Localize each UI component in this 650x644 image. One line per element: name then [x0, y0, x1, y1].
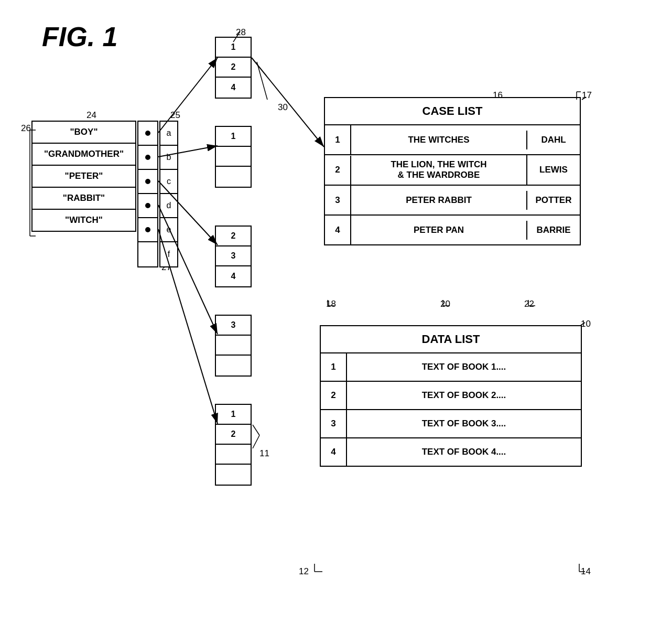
sb-row: 2: [216, 425, 251, 445]
keyword-boy: "BOY": [32, 122, 135, 144]
data-num: 1: [321, 353, 347, 381]
ref-28: 28: [236, 27, 246, 38]
case-num: 3: [325, 186, 351, 214]
case-author: POTTER: [527, 191, 580, 210]
ref-25: 25: [170, 110, 180, 121]
figure-title: FIG. 1: [42, 21, 117, 52]
keyword-rabbit: "RABBIT": [32, 188, 135, 210]
ref-26: 26: [21, 123, 31, 134]
sb-row: 4: [216, 78, 251, 98]
sb-row-empty: [216, 356, 251, 375]
sb-row: 2: [216, 58, 251, 78]
index-block-1: 1: [215, 126, 252, 188]
data-num: 4: [321, 438, 347, 466]
ptr-row-2: [138, 146, 157, 170]
svg-line-20: [253, 425, 259, 435]
case-num: 1: [325, 125, 351, 154]
letter-f: f: [160, 242, 177, 266]
diagram: FIG. 1 28 30 16 17 26 24 25 27 11 18 20 …: [0, 0, 650, 644]
keyword-peter: "PETER": [32, 166, 135, 188]
case-title: THE WITCHES: [351, 131, 527, 149]
letter-d: d: [160, 194, 177, 218]
case-list: CASE LIST 1 THE WITCHES DAHL 2 THE LION,…: [324, 97, 581, 245]
sb-row: 3: [216, 246, 251, 266]
case-num: 4: [325, 216, 351, 244]
pointer-column: [137, 121, 158, 267]
data-text: TEXT OF BOOK 1....: [347, 358, 581, 377]
svg-line-11: [257, 62, 267, 100]
data-text: TEXT OF BOOK 2....: [347, 386, 581, 405]
letter-a: a: [160, 122, 177, 146]
data-list-row-3: 3 TEXT OF BOOK 3....: [321, 410, 581, 438]
keyword-list: "BOY" "GRANDMOTHER" "PETER" "RABBIT" "WI…: [31, 121, 136, 232]
data-list-row-4: 4 TEXT OF BOOK 4....: [321, 438, 581, 466]
case-title: PETER PAN: [351, 221, 527, 240]
case-list-row-3: 3 PETER RABBIT POTTER: [325, 186, 580, 216]
sb-row: 1: [216, 38, 251, 58]
sb-row: 1: [216, 127, 251, 147]
ptr-row-1: [138, 122, 157, 146]
case-num: 2: [325, 156, 351, 185]
sb-row-empty: [216, 167, 251, 187]
sb-row: 2: [216, 227, 251, 246]
ref-10: 10: [581, 319, 591, 329]
ptr-row-4: [138, 194, 157, 218]
data-list: DATA LIST 1 TEXT OF BOOK 1.... 2 TEXT OF…: [320, 325, 582, 467]
sb-row-empty: [216, 445, 251, 465]
svg-line-21: [253, 435, 259, 448]
ref-18: 18: [326, 299, 336, 309]
ref-24: 24: [86, 110, 96, 121]
ref-20: 20: [440, 299, 450, 309]
ref-11: 11: [259, 448, 269, 459]
sb-row: 3: [216, 316, 251, 336]
data-text: TEXT OF BOOK 4....: [347, 443, 581, 461]
ptr-row-6: [138, 242, 157, 266]
sb-row: 4: [216, 266, 251, 286]
letters-column: a b c d e f: [159, 121, 178, 267]
ref-17: 17: [582, 90, 592, 101]
ref-14: 14: [581, 566, 591, 577]
sb-row-empty: [216, 465, 251, 485]
sb-row-empty: [216, 147, 251, 167]
ref-30: 30: [278, 102, 288, 113]
ref-12: 12: [299, 566, 309, 577]
data-list-row-2: 2 TEXT OF BOOK 2....: [321, 382, 581, 410]
sb-row: 1: [216, 405, 251, 425]
data-text: TEXT OF BOOK 3....: [347, 414, 581, 433]
sb-row-empty: [216, 336, 251, 356]
case-list-row-4: 4 PETER PAN BARRIE: [325, 216, 580, 244]
case-author: LEWIS: [527, 160, 580, 179]
svg-line-7: [252, 58, 324, 147]
case-list-row-2: 2 THE LION, THE WITCH & THE WARDROBE LEW…: [325, 155, 580, 186]
letter-e: e: [160, 218, 177, 242]
data-num: 2: [321, 382, 347, 409]
data-num: 3: [321, 410, 347, 437]
ptr-row-5: [138, 218, 157, 242]
index-block-12: 1 2: [215, 404, 252, 486]
data-list-header: DATA LIST: [321, 326, 581, 353]
index-block-top: 1 2 4: [215, 37, 252, 99]
case-list-header: CASE LIST: [325, 98, 580, 125]
case-author: DAHL: [527, 131, 580, 149]
letter-c: c: [160, 170, 177, 194]
keyword-grandmother: "GRANDMOTHER": [32, 144, 135, 166]
case-title: THE LION, THE WITCH & THE WARDROBE: [351, 155, 527, 185]
keyword-witch: "WITCH": [32, 210, 135, 231]
index-block-3: 3: [215, 315, 252, 377]
letter-b: b: [160, 146, 177, 170]
ptr-row-3: [138, 170, 157, 194]
data-list-row-1: 1 TEXT OF BOOK 1....: [321, 353, 581, 382]
case-list-row-1: 1 THE WITCHES DAHL: [325, 125, 580, 155]
ref-22: 22: [524, 299, 534, 309]
case-author: BARRIE: [527, 221, 580, 240]
index-block-234: 2 3 4: [215, 226, 252, 287]
case-title: PETER RABBIT: [351, 191, 527, 210]
